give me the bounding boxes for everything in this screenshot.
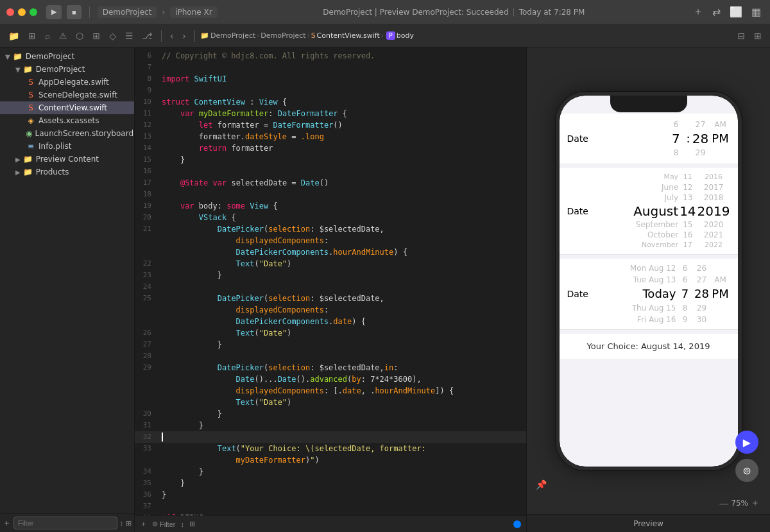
time-colon: : [686,132,690,145]
ampm3-wheel[interactable]: xx AM PM xx xx [711,262,730,325]
fullscreen-button[interactable] [30,8,37,16]
preview-panel: Date 6 7 8 : 27 28 [526,47,770,532]
sidebar-item-contentview[interactable]: S ContentView.swift [0,101,134,114]
filter-input[interactable] [13,517,117,529]
list-icon[interactable]: ☰ [122,29,137,43]
min3-wheel[interactable]: 26 27 28 29 30 [694,262,710,325]
folder-icon: 📁 [23,167,33,176]
layout-options[interactable]: ⊞ [751,29,765,43]
wheel-item: 13 [683,193,692,203]
pin-icon[interactable]: 📌 [536,479,547,490]
wheel-item: 2017 [704,182,724,193]
sidebar-item-products[interactable]: ▶ 📁 Products [0,166,134,178]
year-wheel[interactable]: 2016 2017 2018 2019 2020 2021 2022 [697,172,730,250]
minimize-button[interactable] [18,8,26,16]
code-line: 27 } [135,339,526,350]
options-button[interactable]: ⊞ [126,519,132,528]
scheme-selector[interactable]: DemoProject [98,6,157,18]
picker-2: Date May June July August September Octo… [560,168,738,255]
sidebar-item-scenedelegate[interactable]: S SceneDelegate.swift [0,89,134,101]
picker-2-label: Date [567,206,588,216]
sidebar-item-assets[interactable]: ◈ Assets.xcassets [0,114,134,127]
inspector-toggle[interactable]: ⊟ [735,29,749,43]
sidebar-spacer [0,181,134,513]
wheel-item: 2022 [705,240,723,250]
sidebar-label: Info.plist [38,142,72,151]
day-wheel[interactable]: 11 12 13 14 15 16 17 [680,172,696,250]
month-wheel[interactable]: May June July August September October N… [633,172,678,250]
wheel-item: Fri Aug 16 [637,314,676,325]
iphone-notch [610,96,687,112]
code-line: 11 var myDateFormatter: DateFormatter { [135,108,526,119]
sidebar-item-preview-content[interactable]: ▶ 📁 Preview Content [0,153,134,166]
wheel-item: 15 [683,219,692,230]
forward-button[interactable]: › [179,29,189,43]
picker-1-row: Date 6 7 8 : 27 28 [560,117,738,160]
wheel-selected: Today [642,286,676,302]
picker-1-label: Date [567,133,588,144]
device-selector[interactable]: iPhone Xr [170,6,217,18]
picker-1-wheels[interactable]: 6 7 8 : 27 28 29 [588,119,730,159]
view-toggle-button[interactable]: ⬜ [727,4,745,19]
picker-2-wheels[interactable]: May June July August September October N… [588,172,730,250]
add-file-button[interactable]: ＋ [3,517,11,529]
shape-icon[interactable]: ◇ [106,29,119,43]
find-icon[interactable]: ⌕ [42,29,53,43]
sidebar-item-infoplist[interactable]: ≡ Info.plist [0,140,134,153]
sidebar-item-launchscreen[interactable]: ◉ LaunchScreen.storyboard [0,127,134,140]
add-tab-button[interactable]: ＋ [690,4,706,20]
swift-file-icon: S [26,103,36,112]
picker-3-row: Date Mon Aug 12 Tue Aug 13 Today Thu Aug… [560,261,738,327]
folder-icon[interactable]: 📁 [5,29,22,43]
filter-button[interactable]: ⊕ Filter [152,520,175,528]
breadcrumb-item-1[interactable]: 📁 [200,31,209,40]
ampm-wheel[interactable]: AM PM xx [711,119,730,159]
sort-button[interactable]: ↕ [120,519,124,527]
code-line: 22 Text("Date") [135,258,526,270]
breadcrumb-text-2[interactable]: DemoProject [261,31,305,40]
inspect-preview-button[interactable]: ⊚ [735,459,758,482]
iphone-screen: Date 6 7 8 : 27 28 [560,96,738,467]
minute-wheel[interactable]: 27 28 29 [692,119,710,159]
inspector-icon[interactable]: ⊞ [25,29,39,43]
hour3-wheel[interactable]: 6 6 7 8 9 [678,262,693,325]
wheel-selected: PM [712,286,728,302]
screen-spacer [560,359,738,467]
wheel-item: 27 [695,119,706,130]
main-content: ▼ 📁 DemoProject ▼ 📁 DemoProject S AppDel… [0,47,770,532]
code-line: 37 [135,501,526,512]
sidebar-item-appdelegate[interactable]: S AppDelegate.swift [0,76,134,89]
add-file-button[interactable]: ＋ [140,519,147,529]
hour-wheel[interactable]: 6 7 8 [667,119,685,159]
breadcrumb-text-1[interactable]: DemoProject [210,31,255,40]
sidebar-bottom: ＋ ↕ ⊞ [0,513,134,532]
sidebar-item-demoproject-root[interactable]: ▼ 📁 DemoProject [0,50,134,63]
close-button[interactable] [6,8,14,16]
zoom-in-button[interactable]: ＋ [751,497,760,509]
breadcrumb-badge-label[interactable]: body [397,31,414,40]
options-button[interactable]: ↕ [180,520,184,528]
sidebar-item-demoproject[interactable]: ▼ 📁 DemoProject [0,63,134,76]
back-button[interactable]: ‹ [167,29,177,43]
run-button[interactable]: ▶ [46,5,62,19]
view-button[interactable]: ⊞ [189,520,195,528]
zoom-out-button[interactable]: — [719,498,728,508]
layout-toggle-button[interactable]: ⇄ [710,4,723,19]
wheel-item: 6 [683,262,688,274]
panel-toggle-button[interactable]: ▦ [749,4,764,19]
code-editor[interactable]: 6 // Copyright © hdjc8.com. All rights r… [135,47,526,532]
play-preview-button[interactable]: ▶ [735,431,758,454]
breadcrumb-text-3[interactable]: ContentView.swift [317,31,380,40]
code-area[interactable]: 6 // Copyright © hdjc8.com. All rights r… [135,47,526,515]
sidebar-label: ContentView.swift [38,103,107,112]
toolbar-right: ⊟ ⊞ [735,29,765,43]
warning-icon[interactable]: ⚠ [56,29,71,43]
grid-icon[interactable]: ⊞ [90,29,104,43]
wheel-item: November [642,240,678,250]
stop-button[interactable]: ■ [67,5,81,19]
picker-3-wheels[interactable]: Mon Aug 12 Tue Aug 13 Today Thu Aug 15 F… [588,262,730,325]
scm-icon[interactable]: ⎇ [139,29,156,43]
day-date-wheel[interactable]: Mon Aug 12 Tue Aug 13 Today Thu Aug 15 F… [624,262,676,325]
breakpoint-icon[interactable]: ⬡ [73,29,87,43]
code-line: 31 } [135,420,526,431]
